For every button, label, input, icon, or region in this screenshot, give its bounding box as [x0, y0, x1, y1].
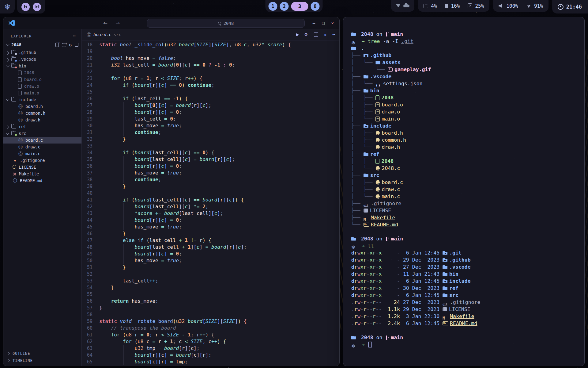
explorer-item-LICENSE[interactable]: LICENSE: [3, 164, 81, 171]
code-line[interactable]: 62 for (u8 c = r + 1; c < SIZE; c++) {: [82, 338, 339, 345]
explorer-item-board.c[interactable]: board.c: [3, 137, 81, 144]
code-line[interactable]: 19: [82, 48, 339, 55]
explorer-item-.vscode[interactable]: .vscode: [3, 56, 81, 63]
new-folder-icon[interactable]: [62, 44, 66, 47]
terminal-window[interactable]: 2048 on main → tree -a -I .git .├── .git…: [343, 17, 585, 366]
explorer-item-src[interactable]: src: [3, 130, 81, 137]
code-line[interactable]: 39 }: [82, 183, 339, 190]
code-line[interactable]: 40: [82, 190, 339, 197]
code-line[interactable]: 18static bool _slide_col(u32 board[SIZE]…: [82, 41, 339, 48]
tab-board.c[interactable]: board.c src: [82, 32, 121, 38]
code-line[interactable]: 50 has_move = true;: [82, 257, 339, 264]
refresh-explorer-icon[interactable]: [69, 42, 72, 47]
code-line[interactable]: 29 last_cell = 0;: [82, 116, 339, 122]
code-line[interactable]: 20 bool has_move = false;: [82, 55, 339, 62]
code-line[interactable]: 33: [82, 143, 339, 149]
code-line[interactable]: 42 board[last_cell][c] *= 2;: [82, 203, 339, 210]
explorer-item-ref[interactable]: ref: [3, 123, 81, 130]
nav-forward-icon[interactable]: →: [115, 20, 120, 26]
maximize-button[interactable]: □: [322, 21, 324, 25]
code-line[interactable]: 59static void _rotate_board(u32 board[SI…: [82, 318, 339, 325]
code-line[interactable]: 37 has_move = true;: [82, 170, 339, 176]
explorer-item-draw.o[interactable]: draw.o: [3, 83, 81, 90]
explorer-item-.github[interactable]: .github: [3, 49, 81, 56]
explorer-item-Makefile[interactable]: Makefile: [3, 171, 81, 177]
clock-widget[interactable]: 21:46: [552, 0, 588, 13]
code-line[interactable]: 49 board[r][c] = 0;: [82, 251, 339, 257]
code-line[interactable]: 64 board[r][c] = board[c][r];: [82, 352, 339, 358]
explorer-root-folder[interactable]: 2048: [3, 41, 81, 48]
code-line[interactable]: 38 continue;: [82, 176, 339, 183]
code-line[interactable]: 43 *score += board[last_cell][c];: [82, 210, 339, 217]
code-line[interactable]: 45 has_move = true;: [82, 224, 339, 230]
run-or-debug-icon[interactable]: [296, 33, 298, 36]
code-line[interactable]: 52: [82, 271, 339, 278]
workspace-2[interactable]: 2: [280, 2, 289, 11]
weather-widget[interactable]: [391, 0, 414, 12]
timeline-panel[interactable]: TIMELINE: [3, 357, 81, 364]
workspace-8[interactable]: 8: [311, 2, 320, 11]
close-editor-icon[interactable]: ✕: [324, 33, 326, 37]
code-line[interactable]: 26 if (last_cell == -1) {: [82, 95, 339, 102]
code-line[interactable]: 48 board[last_cell + 1][c] = board[r][c]…: [82, 244, 339, 251]
code-line[interactable]: 61 for (u8 r = 0; r < SIZE - 1; r++) {: [82, 332, 339, 338]
code-line[interactable]: 55: [82, 291, 339, 298]
code-line[interactable]: 47 else if (last_cell + 1 != r) {: [82, 237, 339, 244]
nav-back-icon[interactable]: ←: [103, 20, 107, 26]
command-center-search[interactable]: 2048: [147, 19, 305, 28]
workspace-3[interactable]: 3: [291, 2, 308, 11]
code-line[interactable]: 31 continue;: [82, 129, 339, 136]
code-line[interactable]: 41 if (board[last_cell][c] == board[r][c…: [82, 197, 339, 203]
views-more-icon[interactable]: ⋯: [73, 33, 76, 39]
explorer-item-draw.c[interactable]: draw.c: [3, 144, 81, 150]
close-button[interactable]: ✕: [331, 21, 334, 25]
code-line[interactable]: 24 if (board[r][c] == 0) continue;: [82, 82, 339, 89]
code-line[interactable]: 35 board[last_cell][c] = board[r][c];: [82, 156, 339, 163]
explorer-item-board.h[interactable]: board.h: [3, 103, 81, 110]
explorer-item-bin[interactable]: bin: [3, 63, 81, 69]
collapse-folders-icon[interactable]: [75, 43, 78, 47]
code-line[interactable]: 54 }: [82, 284, 339, 291]
code-line[interactable]: 32 }: [82, 136, 339, 143]
code-line[interactable]: 22: [82, 68, 339, 75]
code-line[interactable]: 56 return has_move;: [82, 298, 339, 305]
code-line[interactable]: 60 // transpose the board: [82, 325, 339, 332]
code-line[interactable]: 21 i32 last_cell = board[0][c] == 0 ? -1…: [82, 62, 339, 68]
code-line[interactable]: 57}: [82, 305, 339, 311]
code-line[interactable]: 23 for (u8 r = 1; r < SIZE; r++) {: [82, 75, 339, 82]
code-line[interactable]: 53 last_cell++;: [82, 278, 339, 284]
code-line[interactable]: 58: [82, 311, 339, 318]
code-line[interactable]: 27 board[0][c] = board[r][c];: [82, 102, 339, 109]
code-editor[interactable]: 18static bool _slide_col(u32 board[SIZE]…: [82, 40, 339, 366]
gear-icon[interactable]: ⚙: [304, 32, 308, 37]
code-line[interactable]: 44 board[r][c] = 0;: [82, 217, 339, 224]
explorer-item-common.h[interactable]: common.h: [3, 110, 81, 117]
media-next-button[interactable]: [33, 3, 41, 11]
explorer-item-main.o[interactable]: main.o: [3, 90, 81, 96]
outline-panel[interactable]: OUTLINE: [3, 350, 81, 357]
explorer-item-board.o[interactable]: board.o: [3, 76, 81, 83]
code-line[interactable]: 34 if (board[last_cell][c] == 0) {: [82, 149, 339, 156]
code-line[interactable]: 25: [82, 89, 339, 95]
code-line[interactable]: 46 }: [82, 230, 339, 237]
explorer-item-.gitignore[interactable]: .gitignore: [3, 157, 81, 164]
explorer-item-2048[interactable]: 2048: [3, 69, 81, 76]
more-actions-icon[interactable]: ⋯: [332, 32, 335, 37]
workspace-1[interactable]: 1: [269, 2, 277, 11]
code-line[interactable]: 36 board[r][c] = 0;: [82, 163, 339, 170]
xfol-icon: [11, 125, 16, 128]
explorer-item-include[interactable]: include: [3, 96, 81, 103]
split-editor-icon[interactable]: [314, 33, 318, 37]
code-line[interactable]: 65 board[c][r] = tmp;: [82, 358, 339, 365]
media-previous-button[interactable]: [21, 3, 30, 11]
launcher-button[interactable]: ❄: [0, 0, 15, 13]
code-line[interactable]: 30 has_move = true;: [82, 122, 339, 129]
minimize-button[interactable]: —: [313, 21, 315, 25]
code-line[interactable]: 28 board[r][c] = 0;: [82, 109, 339, 116]
new-file-icon[interactable]: [55, 43, 59, 47]
explorer-item-main.c[interactable]: main.c: [3, 150, 81, 157]
code-line[interactable]: 63 u32 tmp = board[r][c];: [82, 345, 339, 352]
explorer-item-README.md[interactable]: README.md: [3, 177, 81, 184]
explorer-item-draw.h[interactable]: draw.h: [3, 117, 81, 123]
code-line[interactable]: 51 }: [82, 264, 339, 271]
